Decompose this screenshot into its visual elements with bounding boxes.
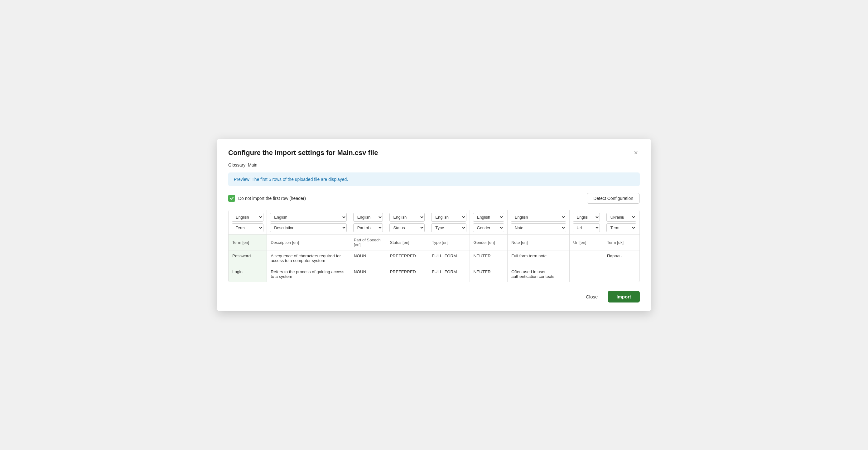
header-checkbox[interactable] bbox=[228, 195, 235, 202]
select-group-6: EnglishUkrainianFrenchGermanSpanishTermD… bbox=[511, 213, 566, 232]
glossary-label: Glossary: Main bbox=[228, 162, 640, 168]
cell-1-5: NEUTER bbox=[469, 266, 507, 282]
column-header-0: EnglishUkrainianFrenchGermanSpanishTermD… bbox=[228, 210, 267, 235]
cell-0-3: PREFERRED bbox=[386, 250, 428, 266]
column-header-4: EnglishUkrainianFrenchGermanSpanishTermD… bbox=[428, 210, 469, 235]
cell-1-8 bbox=[603, 266, 640, 282]
data-table-wrapper: EnglishUkrainianFrenchGermanSpanishTermD… bbox=[228, 210, 640, 282]
detect-configuration-button[interactable]: Detect Configuration bbox=[587, 193, 640, 204]
select-group-4: EnglishUkrainianFrenchGermanSpanishTermD… bbox=[431, 213, 466, 232]
select-group-3: EnglishUkrainianFrenchGermanSpanishTermD… bbox=[390, 213, 425, 232]
header-checkbox-label[interactable]: Do not import the first row (header) bbox=[228, 195, 306, 202]
field-select-0[interactable]: TermDescriptionPart of SpeechStatusTypeG… bbox=[231, 223, 264, 232]
cell-0-2: NOUN bbox=[350, 250, 386, 266]
import-button[interactable]: Import bbox=[608, 291, 640, 302]
column-header-3: EnglishUkrainianFrenchGermanSpanishTermD… bbox=[386, 210, 428, 235]
modal-title: Configure the import settings for Main.c… bbox=[228, 149, 378, 157]
field-select-1[interactable]: TermDescriptionPart of SpeechStatusTypeG… bbox=[270, 223, 346, 232]
cell-0-4: FULL_FORM bbox=[428, 250, 469, 266]
field-select-5[interactable]: TermDescriptionPart of SpeechStatusTypeG… bbox=[473, 223, 504, 232]
subheader-cell-3: Status [en] bbox=[386, 235, 428, 250]
field-select-7[interactable]: TermDescriptionPart of SpeechStatusTypeG… bbox=[573, 223, 600, 232]
column-header-1: EnglishUkrainianFrenchGermanSpanishTermD… bbox=[267, 210, 350, 235]
preview-banner: Preview: The first 5 rows of the uploade… bbox=[228, 173, 640, 186]
subheader-cell-1: Description [en] bbox=[267, 235, 350, 250]
table-body: PasswordA sequence of characters require… bbox=[228, 250, 640, 282]
field-select-3[interactable]: TermDescriptionPart of SpeechStatusTypeG… bbox=[390, 223, 425, 232]
column-config-row: EnglishUkrainianFrenchGermanSpanishTermD… bbox=[228, 210, 640, 235]
lang-select-1[interactable]: EnglishUkrainianFrenchGermanSpanish bbox=[270, 213, 346, 222]
lang-select-7[interactable]: EnglishUkrainianFrenchGermanSpanish bbox=[573, 213, 600, 222]
lang-select-3[interactable]: EnglishUkrainianFrenchGermanSpanish bbox=[390, 213, 425, 222]
options-row: Do not import the first row (header) Det… bbox=[228, 193, 640, 204]
subheader-cell-0: Term [en] bbox=[228, 235, 267, 250]
lang-select-0[interactable]: EnglishUkrainianFrenchGermanSpanish bbox=[231, 213, 264, 222]
select-group-1: EnglishUkrainianFrenchGermanSpanishTermD… bbox=[270, 213, 346, 232]
cell-0-5: NEUTER bbox=[469, 250, 507, 266]
cell-1-0: Login bbox=[228, 266, 267, 282]
field-select-2[interactable]: TermDescriptionPart of SpeechStatusTypeG… bbox=[353, 223, 383, 232]
subheader-cell-2: Part of Speech [en] bbox=[350, 235, 386, 250]
cell-1-4: FULL_FORM bbox=[428, 266, 469, 282]
subheader-cell-5: Gender [en] bbox=[469, 235, 507, 250]
close-footer-button[interactable]: Close bbox=[580, 291, 603, 302]
select-group-2: EnglishUkrainianFrenchGermanSpanishTermD… bbox=[353, 213, 383, 232]
data-table: EnglishUkrainianFrenchGermanSpanishTermD… bbox=[228, 210, 640, 282]
column-header-6: EnglishUkrainianFrenchGermanSpanishTermD… bbox=[507, 210, 569, 235]
preview-text: Preview: The first 5 rows of the uploade… bbox=[234, 177, 348, 182]
column-header-5: EnglishUkrainianFrenchGermanSpanishTermD… bbox=[469, 210, 507, 235]
cell-1-7 bbox=[569, 266, 603, 282]
cell-0-8: Пароль bbox=[603, 250, 640, 266]
cell-0-7 bbox=[569, 250, 603, 266]
cell-1-6: Often used in user authentication contex… bbox=[507, 266, 569, 282]
column-header-2: EnglishUkrainianFrenchGermanSpanishTermD… bbox=[350, 210, 386, 235]
cell-1-1: Refers to the process of gaining access … bbox=[267, 266, 350, 282]
select-group-8: EnglishUkrainianFrenchGermanSpanishTermD… bbox=[607, 213, 637, 232]
subheader-cell-7: Url [en] bbox=[569, 235, 603, 250]
lang-select-6[interactable]: EnglishUkrainianFrenchGermanSpanish bbox=[511, 213, 566, 222]
column-label-row: Term [en]Description [en]Part of Speech … bbox=[228, 235, 640, 250]
table-row: LoginRefers to the process of gaining ac… bbox=[228, 266, 640, 282]
cell-0-0: Password bbox=[228, 250, 267, 266]
field-select-8[interactable]: TermDescriptionPart of SpeechStatusTypeG… bbox=[607, 223, 637, 232]
field-select-6[interactable]: TermDescriptionPart of SpeechStatusTypeG… bbox=[511, 223, 566, 232]
table-row: PasswordA sequence of characters require… bbox=[228, 250, 640, 266]
modal-close-button[interactable]: × bbox=[632, 149, 640, 157]
cell-1-2: NOUN bbox=[350, 266, 386, 282]
cell-0-6: Full form term note bbox=[507, 250, 569, 266]
lang-select-4[interactable]: EnglishUkrainianFrenchGermanSpanish bbox=[431, 213, 466, 222]
select-group-7: EnglishUkrainianFrenchGermanSpanishTermD… bbox=[573, 213, 600, 232]
lang-select-8[interactable]: EnglishUkrainianFrenchGermanSpanish bbox=[607, 213, 637, 222]
column-header-7: EnglishUkrainianFrenchGermanSpanishTermD… bbox=[569, 210, 603, 235]
subheader-cell-6: Note [en] bbox=[507, 235, 569, 250]
subheader-cell-4: Type [en] bbox=[428, 235, 469, 250]
lang-select-2[interactable]: EnglishUkrainianFrenchGermanSpanish bbox=[353, 213, 383, 222]
subheader-cell-8: Term [uk] bbox=[603, 235, 640, 250]
lang-select-5[interactable]: EnglishUkrainianFrenchGermanSpanish bbox=[473, 213, 504, 222]
field-select-4[interactable]: TermDescriptionPart of SpeechStatusTypeG… bbox=[431, 223, 466, 232]
modal-footer: Close Import bbox=[228, 291, 640, 302]
cell-0-1: A sequence of characters required for ac… bbox=[267, 250, 350, 266]
checkbox-label-text: Do not import the first row (header) bbox=[238, 196, 306, 201]
modal-header: Configure the import settings for Main.c… bbox=[228, 149, 640, 157]
select-group-5: EnglishUkrainianFrenchGermanSpanishTermD… bbox=[473, 213, 504, 232]
checkmark-icon bbox=[229, 196, 234, 201]
import-settings-modal: Configure the import settings for Main.c… bbox=[217, 139, 651, 311]
select-group-0: EnglishUkrainianFrenchGermanSpanishTermD… bbox=[231, 213, 264, 232]
cell-1-3: PREFERRED bbox=[386, 266, 428, 282]
column-header-8: EnglishUkrainianFrenchGermanSpanishTermD… bbox=[603, 210, 640, 235]
